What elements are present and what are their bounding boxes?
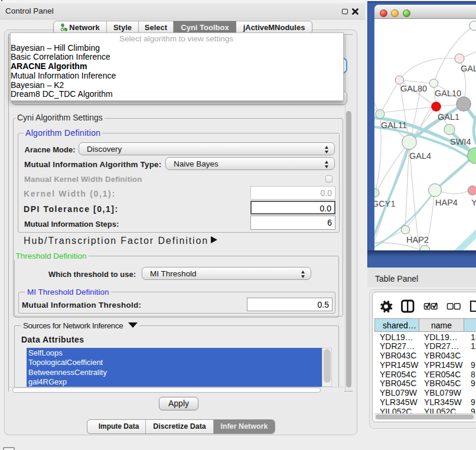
svg-text:HAP4: HAP4 [435, 197, 458, 207]
svg-text:GAL7: GAL7 [461, 63, 476, 73]
svg-text:GCY1: GCY1 [374, 198, 396, 208]
svg-text:GAL11: GAL11 [381, 120, 407, 130]
svg-text:GAL80: GAL80 [400, 84, 427, 93]
svg-text:GAL1: GAL1 [438, 112, 459, 122]
svg-text:YD: YD [471, 197, 476, 207]
svg-text:GAL4: GAL4 [409, 151, 431, 160]
svg-text:HAP2: HAP2 [406, 234, 429, 244]
svg-text:GAL10: GAL10 [435, 89, 461, 98]
svg-text:SWI4: SWI4 [450, 136, 471, 146]
